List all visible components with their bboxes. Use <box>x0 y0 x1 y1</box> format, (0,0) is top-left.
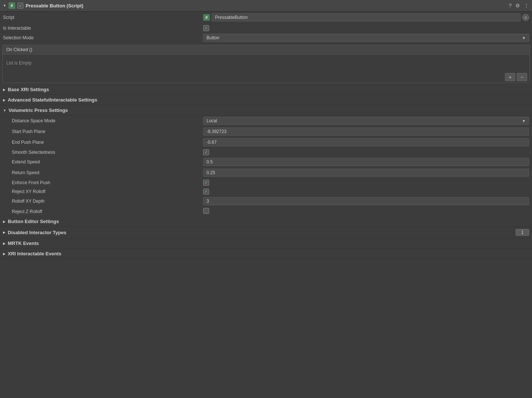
component-title: Pressable Button (Script) <box>26 3 506 9</box>
script-ref-field[interactable]: PressableButton <box>212 13 521 21</box>
list-empty-text: List is Empty <box>3 54 529 72</box>
reject-xy-rolloff-checkbox[interactable]: ✓ <box>203 189 209 195</box>
distance-space-mode-value: Local ▼ <box>203 117 529 125</box>
rolloff-xy-depth-value: 3 <box>203 197 529 205</box>
component-enabled-checkbox[interactable]: ✓ <box>17 3 23 9</box>
add-listener-btn[interactable]: + <box>505 73 515 81</box>
selection-mode-text: Button <box>206 35 219 40</box>
xri-events-arrow: ▶ <box>3 252 6 256</box>
distance-space-mode-row: Distance Space Mode Local ▼ <box>0 116 532 126</box>
end-push-plane-value: -0.67 <box>203 138 529 146</box>
return-speed-field[interactable]: 0.25 <box>203 169 529 177</box>
advanced-section-header[interactable]: ▶ Advanced StatefulInteractable Settings <box>0 95 532 105</box>
start-push-plane-field[interactable]: -8.392723 <box>203 127 529 136</box>
start-push-plane-row: Start Push Plane -8.392723 <box>0 126 532 137</box>
extend-speed-row: Extend Speed 0.5 <box>0 157 532 168</box>
disabled-interactor-badge: 1 <box>516 229 529 236</box>
reject-z-rolloff-checkbox[interactable] <box>203 208 209 214</box>
mrtk-events-title: MRTK Events <box>8 241 39 246</box>
end-push-plane-label: End Push Plane <box>3 140 203 145</box>
rolloff-xy-depth-label: Rolloff XY Depth <box>3 199 203 204</box>
volumetric-title: Volumetric Press Settings <box>9 107 68 113</box>
extend-speed-field[interactable]: 0.5 <box>203 158 529 166</box>
extend-speed-label: Extend Speed <box>3 159 203 165</box>
remove-listener-btn[interactable]: − <box>517 73 527 81</box>
button-editor-section-header[interactable]: ▶ Button Editor Settings <box>0 216 532 227</box>
script-row: Script # PressableButton ⊙ <box>0 11 532 24</box>
distance-space-mode-dropdown[interactable]: Local ▼ <box>203 117 529 125</box>
is-interactable-checkbox[interactable]: ✓ <box>203 25 209 31</box>
reject-z-rolloff-label: Reject Z Rolloff <box>3 209 203 214</box>
help-icon[interactable]: ? <box>509 3 512 9</box>
distance-space-mode-arrow: ▼ <box>522 119 526 123</box>
rolloff-xy-depth-row: Rolloff XY Depth 3 <box>0 196 532 207</box>
smooth-selectedness-label: Smooth Selectedness <box>3 150 203 155</box>
distance-space-mode-label: Distance Space Mode <box>3 118 203 123</box>
mrtk-events-arrow: ▶ <box>3 242 6 245</box>
disabled-interactor-arrow: ▶ <box>3 230 6 234</box>
reject-z-rolloff-row: Reject Z Rolloff <box>0 207 532 216</box>
rolloff-xy-depth-field[interactable]: 3 <box>203 197 529 205</box>
on-clicked-footer: + − <box>3 72 529 83</box>
button-editor-title: Button Editor Settings <box>8 219 59 224</box>
more-icon[interactable]: ⋮ <box>524 3 529 9</box>
script-hash-icon: # <box>9 2 15 9</box>
volumetric-arrow: ▼ <box>3 109 6 112</box>
reject-xy-rolloff-value: ✓ <box>203 188 529 195</box>
advanced-title: Advanced StatefulInteractable Settings <box>8 97 97 103</box>
return-speed-label: Return Speed <box>3 170 203 175</box>
smooth-selectedness-value: ✓ <box>203 149 529 155</box>
return-speed-value: 0.25 <box>203 169 529 177</box>
on-clicked-header: On Clicked () <box>3 45 529 54</box>
base-xri-section-header[interactable]: ▶ Base XRI Settings <box>0 84 532 95</box>
xri-events-title: XRI Interactable Events <box>8 251 62 256</box>
advanced-arrow: ▶ <box>3 98 6 102</box>
collapse-arrow[interactable]: ▼ <box>3 4 6 7</box>
selection-mode-arrow: ▼ <box>522 36 526 40</box>
disabled-interactor-section-header[interactable]: ▶ Disabled Interactor Types 1 <box>0 227 532 238</box>
script-value-hash: # <box>203 14 210 21</box>
is-interactable-label: Is Interactable <box>3 26 203 31</box>
start-push-plane-label: Start Push Plane <box>3 129 203 134</box>
on-clicked-section: On Clicked () List is Empty + − <box>2 45 530 83</box>
smooth-selectedness-row: Smooth Selectedness ✓ <box>0 148 532 157</box>
reject-z-rolloff-value <box>203 208 529 215</box>
selection-mode-dropdown[interactable]: Button ▼ <box>203 34 529 42</box>
component-header: ▼ # ✓ Pressable Button (Script) ? ⚙ ⋮ <box>0 0 532 11</box>
smooth-selectedness-checkbox[interactable]: ✓ <box>203 149 209 155</box>
selection-mode-value: Button ▼ <box>203 34 529 42</box>
button-editor-arrow: ▶ <box>3 220 6 223</box>
distance-space-mode-text: Local <box>206 118 217 123</box>
extend-speed-value: 0.5 <box>203 158 529 166</box>
is-interactable-row: Is Interactable ✓ <box>0 24 532 33</box>
xri-events-section-header[interactable]: ▶ XRI Interactable Events <box>0 249 532 259</box>
base-xri-arrow: ▶ <box>3 88 6 92</box>
base-xri-title: Base XRI Settings <box>8 87 49 92</box>
reject-xy-rolloff-row: Reject XY Rolloff ✓ <box>0 187 532 196</box>
settings-icon[interactable]: ⚙ <box>515 3 520 9</box>
enforce-front-push-value: ✓ <box>203 179 529 186</box>
enforce-front-push-checkbox[interactable]: ✓ <box>203 180 209 186</box>
return-speed-row: Return Speed 0.25 <box>0 168 532 178</box>
reject-xy-rolloff-label: Reject XY Rolloff <box>3 189 203 194</box>
end-push-plane-row: End Push Plane -0.67 <box>0 137 532 148</box>
selection-mode-label: Selection Mode <box>3 35 203 40</box>
end-push-plane-field[interactable]: -0.67 <box>203 138 529 146</box>
header-icons: ? ⚙ ⋮ <box>509 3 529 9</box>
script-circle-btn[interactable]: ⊙ <box>522 14 529 21</box>
disabled-interactor-title: Disabled Interactor Types <box>8 230 66 235</box>
selection-mode-row: Selection Mode Button ▼ <box>0 33 532 43</box>
enforce-front-push-label: Enforce Front Push <box>3 180 203 185</box>
script-label: Script <box>3 15 203 20</box>
volumetric-section-header[interactable]: ▼ Volumetric Press Settings <box>0 105 532 116</box>
enforce-front-push-row: Enforce Front Push ✓ <box>0 178 532 187</box>
is-interactable-value: ✓ <box>203 25 529 31</box>
mrtk-events-section-header[interactable]: ▶ MRTK Events <box>0 238 532 249</box>
script-value: # PressableButton ⊙ <box>203 13 529 21</box>
start-push-plane-value: -8.392723 <box>203 127 529 136</box>
